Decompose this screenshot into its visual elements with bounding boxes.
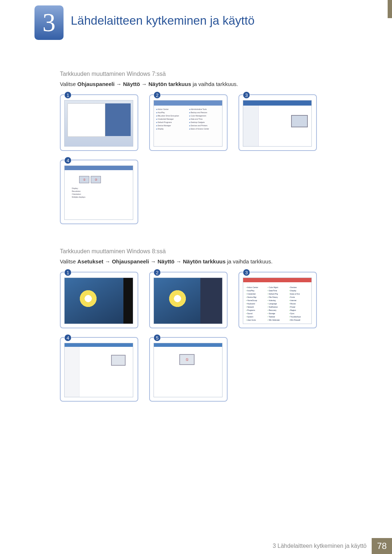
monitor-1: ① xyxy=(79,176,89,183)
win7-instruction: Valitse Ohjauspaneeli → Näyttö → Näytön … xyxy=(60,81,336,87)
page-number: 78 xyxy=(372,538,392,554)
win8-heading: Tarkkuuden muuttaminen Windows 8:ssä xyxy=(60,248,336,255)
badge-2: 2 xyxy=(154,269,161,276)
thumb-startmenu xyxy=(64,100,133,147)
win8-shot-2: 2 xyxy=(149,272,228,328)
page-content: Tarkkuuden muuttaminen Windows 7:ssä Val… xyxy=(60,71,336,410)
thumb-win8-display xyxy=(64,343,133,397)
monitor-icon xyxy=(291,115,308,127)
win8-instruction: Valitse Asetukset → Ohjauspaneeli → Näyt… xyxy=(60,258,336,264)
win8-shot-3: 3 Action CenterColor MgmtDevices AutoPla… xyxy=(238,272,317,328)
top-stripe xyxy=(388,0,392,18)
thumb-win8-resolution: ① xyxy=(154,343,222,397)
badge-3: 3 xyxy=(243,91,250,99)
flower-wallpaper xyxy=(168,289,187,308)
monitor-2: ② xyxy=(91,176,101,183)
win8-row1: 1 2 3 Action CenterColor MgmtDevices Aut… xyxy=(60,272,336,328)
win8-shot-5: 5 ① xyxy=(149,337,228,402)
chapter-number: 3 xyxy=(42,8,56,38)
win7-row2: 4 ① ② Display: Resolution: Orientation: … xyxy=(60,160,336,224)
chapter-badge: 3 xyxy=(34,5,64,40)
win7-shot-1: 1 xyxy=(60,94,138,151)
chapter-title: Lähdelaitteen kytkeminen ja käyttö xyxy=(71,14,254,28)
win7-shot-2: 2 Action CenterAdministrative Tools Auto… xyxy=(149,94,228,151)
badge-5: 5 xyxy=(154,334,161,341)
win7-shot-4: 4 ① ② Display: Resolution: Orientation: … xyxy=(60,160,138,224)
badge-1: 1 xyxy=(64,91,72,99)
page-footer: 3 Lähdelaitteen kytkeminen ja käyttö 78 xyxy=(0,538,392,554)
badge-2: 2 xyxy=(154,91,161,99)
win7-shot-3: 3 xyxy=(238,94,317,151)
win7-row1: 1 2 Action CenterAdministrative Tools Au… xyxy=(60,94,336,151)
thumb-display xyxy=(243,100,312,147)
footer-text: 3 Lähdelaitteen kytkeminen ja käyttö xyxy=(273,543,367,549)
settings-panel xyxy=(200,278,222,324)
thumb-win8-control-panel: Action CenterColor MgmtDevices AutoPlayD… xyxy=(243,278,312,324)
flower-wallpaper xyxy=(78,289,98,308)
thumb-resolution-dialog: ① ② Display: Resolution: Orientation: Mu… xyxy=(64,165,133,220)
win8-shot-4: 4 xyxy=(60,337,138,402)
monitor-1: ① xyxy=(179,354,195,365)
thumb-control-panel: Action CenterAdministrative Tools AutoPl… xyxy=(154,100,222,147)
thumb-win8-settings xyxy=(154,278,222,324)
charms-bar xyxy=(123,278,133,324)
thumb-win8-desktop xyxy=(64,278,133,324)
win8-shot-1: 1 xyxy=(60,272,138,328)
monitor-icon xyxy=(111,355,126,366)
win8-row2: 4 5 ① xyxy=(60,337,336,402)
badge-4: 4 xyxy=(64,334,72,341)
win7-heading: Tarkkuuden muuttaminen Windows 7:ssä xyxy=(60,71,336,77)
badge-1: 1 xyxy=(64,269,72,276)
badge-3: 3 xyxy=(243,269,250,276)
badge-4: 4 xyxy=(64,157,72,164)
